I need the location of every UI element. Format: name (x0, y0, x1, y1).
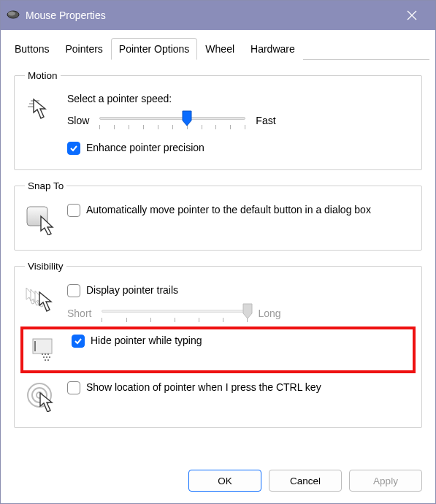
group-snap-to-legend: Snap To (25, 180, 66, 191)
ctrl-locate-icon (25, 381, 57, 413)
svg-point-12 (47, 354, 49, 355)
ctrl-locate-label: Show location of pointer when I press th… (86, 381, 321, 394)
hide-pointer-highlight: Hide pointer while typing (20, 327, 416, 373)
snap-to-icon (25, 203, 57, 235)
cancel-button[interactable]: Cancel (269, 470, 342, 492)
apply-button[interactable]: Apply (349, 470, 422, 492)
ctrl-locate-checkbox[interactable] (67, 381, 80, 394)
group-visibility-legend: Visibility (25, 261, 66, 272)
pointer-trails-icon (25, 283, 57, 316)
svg-point-17 (47, 359, 49, 361)
svg-point-14 (46, 356, 47, 358)
svg-point-10 (42, 354, 43, 355)
trails-slider (102, 305, 248, 322)
speed-label: Select a pointer speed: (67, 93, 411, 104)
enhance-precision-checkbox[interactable] (67, 142, 80, 155)
titlebar: Mouse Properties (1, 1, 435, 30)
window-title: Mouse Properties (26, 9, 106, 21)
tab-buttons[interactable]: Buttons (7, 38, 57, 60)
tab-wheel[interactable]: Wheel (197, 38, 242, 60)
trails-short-label: Short (67, 308, 91, 319)
group-motion-legend: Motion (25, 70, 61, 81)
svg-point-11 (45, 354, 46, 355)
svg-point-15 (49, 356, 50, 358)
mouse-properties-window: Mouse Properties Buttons Pointers Pointe… (0, 0, 436, 504)
mouse-icon (7, 10, 20, 21)
dialog-button-row: OK Cancel Apply (1, 462, 435, 503)
tab-content: Motion Select a pointer speed: (1, 60, 435, 462)
close-button[interactable] (394, 1, 429, 30)
speed-slow-label: Slow (67, 115, 89, 126)
svg-point-13 (43, 356, 45, 358)
ok-button[interactable]: OK (188, 470, 261, 492)
group-visibility: Visibility (14, 261, 422, 428)
group-snap-to: Snap To Automatically move pointer to th… (14, 180, 422, 251)
hide-pointer-checkbox[interactable] (72, 335, 85, 348)
snap-to-label: Automatically move pointer to the defaul… (86, 203, 371, 217)
tab-pointers[interactable]: Pointers (57, 38, 110, 60)
group-motion: Motion Select a pointer speed: (14, 70, 422, 170)
hide-pointer-label: Hide pointer while typing (91, 334, 202, 348)
tab-strip: Buttons Pointers Pointer Options Wheel H… (7, 37, 429, 60)
speed-slider[interactable] (99, 112, 245, 129)
snap-to-checkbox[interactable] (67, 204, 80, 217)
svg-point-1 (8, 11, 15, 15)
enhance-precision-label: Enhance pointer precision (86, 141, 204, 155)
svg-point-16 (45, 359, 46, 361)
speed-fast-label: Fast (256, 115, 275, 126)
trails-long-label: Long (258, 308, 280, 319)
pointer-trails-label: Display pointer trails (86, 283, 178, 297)
tab-hardware[interactable]: Hardware (242, 38, 303, 60)
motion-speed-icon (25, 93, 57, 125)
tab-pointer-options[interactable]: Pointer Options (111, 38, 198, 60)
pointer-trails-checkbox[interactable] (67, 284, 80, 297)
hide-pointer-icon (29, 334, 61, 366)
